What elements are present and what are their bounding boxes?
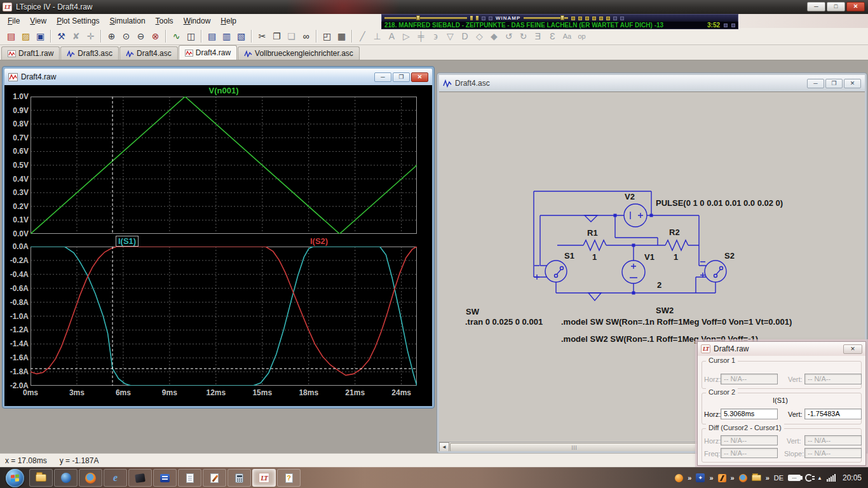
wave-pane-bottom[interactable] [31, 247, 417, 386]
tray-orange-app-icon[interactable] [675, 474, 683, 482]
label-s2[interactable]: S2 [724, 251, 735, 261]
label-r1[interactable]: R1 [587, 228, 598, 238]
label-r2-value[interactable]: 1 [674, 252, 678, 262]
schematic-window-titlebar[interactable]: Draft4.asc ─ ❐ ✕ [439, 75, 865, 92]
label-r1-value[interactable]: 1 [592, 252, 597, 262]
taskbar-app-blue-round-app[interactable] [54, 469, 78, 487]
wave-pane-top[interactable] [31, 97, 417, 234]
toolbar-overflow-icon[interactable]: » [731, 474, 735, 482]
winamp-next-button[interactable] [599, 17, 603, 20]
zoom-out-icon[interactable]: ⊖ [133, 29, 148, 43]
winamp-balance-tick[interactable] [476, 16, 478, 20]
tray-firefox-icon[interactable] [739, 474, 747, 482]
diff-vert-field[interactable]: -- N/A-- [804, 435, 862, 445]
cursor2-horz-field[interactable]: 5.3068ms [721, 409, 778, 419]
toolbar-overflow-icon[interactable]: » [766, 474, 770, 482]
copy-icon[interactable]: ❐ [269, 29, 284, 43]
language-indicator[interactable]: DE [774, 474, 783, 482]
tray-winamp-icon[interactable] [718, 474, 726, 482]
cut-icon[interactable]: ✂ [255, 29, 269, 43]
print-icon[interactable]: ▦ [334, 29, 349, 43]
wave-restore-button[interactable]: ❐ [393, 72, 410, 82]
menu-item-view[interactable]: View [25, 15, 51, 27]
menu-item-file[interactable]: File [3, 15, 25, 27]
close-button[interactable]: ✕ [846, 2, 865, 11]
winamp-menu-button[interactable] [482, 17, 485, 20]
zoom-full-icon[interactable]: ⊗ [148, 29, 163, 43]
cascade-icon[interactable]: ▧ [234, 29, 248, 43]
asc-minimize-button[interactable]: ─ [807, 79, 824, 88]
scrollbar-thumb[interactable]: ||| [450, 443, 699, 451]
menu-item-help[interactable]: Help [215, 15, 241, 27]
tab-vollbrueckengleichrichter-asc[interactable]: Vollbrueckengleichrichter.asc [238, 46, 360, 60]
winamp-close-button[interactable] [489, 17, 492, 20]
cursor-dialog-titlebar[interactable]: LT Draft4.raw ✕ [698, 342, 865, 356]
network-signal-icon[interactable] [827, 474, 836, 482]
autorange-icon[interactable]: ∿ [169, 29, 184, 43]
asc-close-button[interactable]: ✕ [844, 79, 861, 88]
trace-label-is2[interactable]: I(S2) [310, 236, 328, 246]
label-r2[interactable]: R2 [669, 227, 680, 237]
winamp-volume-slider[interactable] [524, 17, 568, 19]
tab-draft3-asc[interactable]: Draft3.asc [60, 46, 119, 60]
wave-minimize-button[interactable]: ─ [374, 72, 391, 82]
wave-plot-area[interactable]: V(n001) I(S1) I(S2) 1.0V0.9V0.8V0.7V0.6V… [4, 85, 432, 406]
label-sw[interactable]: SW [466, 307, 479, 316]
taskbar-app-paint[interactable] [203, 469, 226, 487]
winamp-eject-button[interactable] [606, 17, 610, 20]
scroll-left-arrow-icon[interactable]: ◄ [439, 442, 449, 451]
save-icon[interactable]: ▣ [33, 29, 48, 43]
label-v1[interactable]: V1 [644, 252, 654, 262]
winamp-mini-button-1[interactable] [724, 24, 728, 27]
taskbar-app-media-app[interactable] [153, 469, 177, 487]
label-s1[interactable]: S1 [564, 251, 574, 261]
tile-vertical-icon[interactable]: ▥ [219, 29, 234, 43]
run-icon[interactable]: ⚒ [54, 29, 69, 43]
toolbar-overflow-icon[interactable]: » [709, 474, 713, 482]
winamp-play-button[interactable] [578, 17, 582, 20]
taskbar-app-calculator[interactable] [227, 469, 251, 487]
label-v2-value[interactable]: PULSE(0 1 0 0.01 0.01 0.0 0.02 0) [656, 198, 783, 208]
label-model-sw[interactable]: .model SW SW(Ron=.1n Roff=1Meg Voff=0 Vo… [561, 317, 792, 327]
cursor2-vert-field[interactable]: -1.75483A [804, 409, 862, 419]
taskbar-app-firefox[interactable] [79, 469, 102, 487]
winamp-shade-button[interactable] [613, 17, 617, 20]
taskbar-app-dark-app[interactable] [128, 469, 152, 487]
winamp-mini-button-2[interactable] [731, 24, 735, 27]
menu-item-plot-settings[interactable]: Plot Settings [51, 15, 104, 27]
winamp-stop-button[interactable] [592, 17, 596, 20]
menu-item-simulation[interactable]: Simulation [105, 15, 151, 27]
power-plug-icon[interactable] [805, 474, 813, 482]
print-preview-icon[interactable]: ◰ [320, 29, 334, 43]
tile-horizontal-icon[interactable]: ▤ [205, 29, 219, 43]
taskbar-app-help-viewer[interactable]: ? [277, 469, 301, 487]
winamp-exit-button[interactable] [620, 17, 624, 20]
menu-item-window[interactable]: Window [179, 15, 216, 27]
label-v1-value[interactable]: 2 [657, 280, 661, 290]
taskbar-app-ltspice[interactable]: LT [252, 469, 276, 487]
winamp-main-bar[interactable]: WINAMP [381, 14, 738, 22]
diff-horz-field[interactable]: -- N/A-- [721, 435, 778, 445]
new-plot-icon[interactable]: ▤ [4, 29, 18, 43]
winamp-pause-button[interactable] [585, 17, 589, 20]
label-tran-directive[interactable]: .tran 0 0.025 0 0.001 [465, 317, 543, 327]
asc-restore-button[interactable]: ❐ [825, 79, 843, 88]
tray-folder-icon[interactable] [752, 475, 761, 481]
zoom-in-icon[interactable]: ⊕ [104, 29, 119, 43]
trace-title-vn001[interactable]: V(n001) [31, 86, 417, 95]
cursor1-vert-field[interactable]: -- N/A-- [804, 374, 862, 384]
wave-close-button[interactable]: ✕ [411, 72, 428, 82]
winamp-prev-button[interactable] [571, 17, 575, 20]
winamp-seek-slider[interactable] [384, 17, 467, 19]
label-sw2[interactable]: SW2 [656, 306, 674, 315]
tray-starburst-app-icon[interactable]: ✦ [696, 473, 705, 482]
plot-settings-icon[interactable]: ◫ [184, 29, 198, 43]
taskbar-app-internet-explorer[interactable]: e [104, 469, 127, 487]
taskbar-app-notepad[interactable] [178, 469, 201, 487]
find-icon[interactable]: ∞ [299, 29, 313, 43]
cursor-dialog-close-button[interactable]: ✕ [843, 344, 862, 354]
battery-icon[interactable]: --- [788, 475, 801, 481]
taskbar-clock[interactable]: 20:05 [843, 473, 862, 482]
waveform-window-titlebar[interactable]: Draft4.raw ─ ❐ ✕ [4, 69, 432, 85]
hidden-icons-arrow-icon[interactable]: ▲ [817, 475, 822, 481]
